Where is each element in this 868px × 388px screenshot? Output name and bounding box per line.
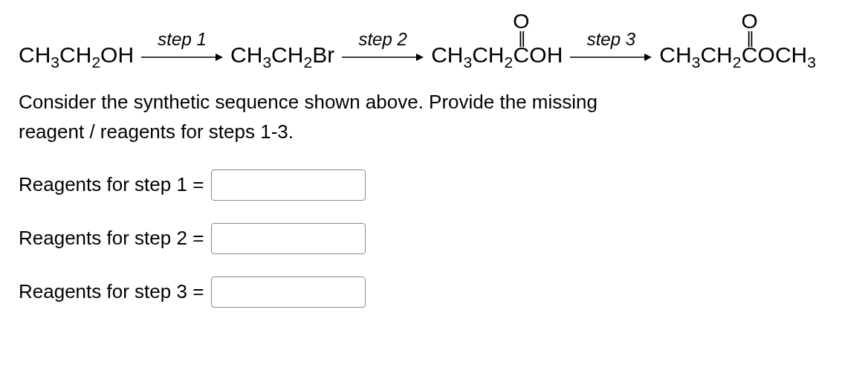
reagent-label-1: Reagents for step 1 = (19, 173, 204, 196)
reagent-row-3: Reagents for step 3 = (19, 277, 849, 308)
arrow-step-2: step 2 (342, 29, 424, 63)
svg-marker-5 (644, 54, 652, 61)
arrow-step-3: step 3 (570, 29, 652, 63)
svg-marker-3 (416, 54, 424, 61)
reaction-scheme: CH3CH2OH step 1 CH3CH2Br step 2 CH3CH2O|… (19, 11, 849, 66)
svg-marker-1 (216, 54, 223, 61)
compound-1: CH3CH2OH (19, 44, 134, 66)
arrow-step-1: step 1 (141, 29, 223, 63)
arrow-icon (141, 51, 223, 63)
reagent-input-1[interactable] (211, 169, 366, 201)
arrow-icon (570, 51, 652, 63)
reagent-label-2: Reagents for step 2 = (19, 227, 204, 250)
arrow-icon (342, 51, 424, 63)
question-prompt: Consider the synthetic sequence shown ab… (19, 87, 849, 147)
reagent-label-3: Reagents for step 3 = (19, 280, 204, 303)
compound-3: CH3CH2O||COH (431, 11, 563, 66)
step-1-label: step 1 (158, 29, 206, 50)
reagent-row-2: Reagents for step 2 = (19, 223, 849, 254)
carbonyl-group: O||C (741, 11, 757, 66)
carbonyl-group: O||C (513, 11, 529, 66)
reagent-row-1: Reagents for step 1 = (19, 169, 849, 201)
compound-2: CH3CH2Br (230, 44, 334, 66)
reagent-input-2[interactable] (211, 223, 366, 254)
compound-4: CH3CH2O||COCH3 (659, 11, 816, 66)
step-3-label: step 3 (587, 29, 635, 50)
step-2-label: step 2 (358, 29, 407, 50)
reagent-input-3[interactable] (211, 277, 366, 308)
